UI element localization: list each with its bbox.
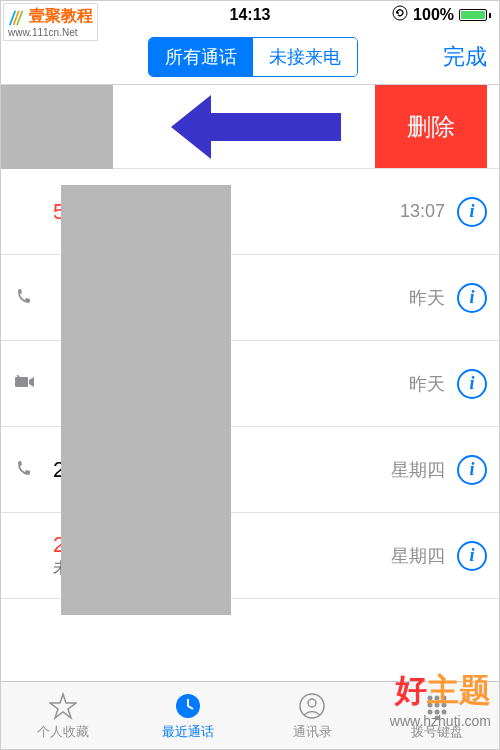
- info-icon[interactable]: i: [457, 283, 487, 313]
- redaction-block: [61, 185, 231, 615]
- facetime-icon: [15, 375, 35, 393]
- swipe-arrow-icon: [171, 95, 341, 159]
- delete-button[interactable]: 删除: [375, 85, 487, 168]
- svg-rect-2: [15, 377, 28, 387]
- status-time: 14:13: [230, 6, 271, 24]
- call-row-swiped[interactable]: (3) 删除: [1, 85, 499, 169]
- rotation-lock-icon: [392, 5, 408, 25]
- done-button[interactable]: 完成: [443, 42, 487, 72]
- contact-icon: [297, 691, 327, 721]
- battery-percent: 100%: [413, 6, 454, 24]
- info-icon[interactable]: i: [457, 541, 487, 571]
- svg-point-1: [393, 6, 407, 20]
- watermark-top-left: 壹聚教程 www.111cn.Net: [3, 3, 98, 41]
- tab-favorites[interactable]: 个人收藏: [1, 682, 126, 749]
- tab-missed-calls[interactable]: 未接来电: [253, 38, 357, 76]
- star-icon: [48, 691, 78, 721]
- call-time: 昨天: [409, 372, 445, 396]
- tab-recents[interactable]: 最近通话: [126, 682, 251, 749]
- segmented-control: 所有通话 未接来电: [148, 37, 358, 77]
- call-time: 昨天: [409, 286, 445, 310]
- battery-icon: [459, 9, 491, 21]
- outgoing-call-icon: [15, 286, 35, 310]
- info-icon[interactable]: i: [457, 369, 487, 399]
- svg-point-5: [308, 699, 316, 707]
- clock-icon: [173, 691, 203, 721]
- tab-all-calls[interactable]: 所有通话: [149, 38, 253, 76]
- call-time: 13:07: [400, 201, 445, 222]
- watermark-bottom-right: 好主题 www.hzhuti.com: [390, 669, 491, 729]
- call-time: 星期四: [391, 458, 445, 482]
- tab-contacts[interactable]: 通讯录: [250, 682, 375, 749]
- outgoing-call-icon: [15, 458, 35, 482]
- call-time: 星期四: [391, 544, 445, 568]
- info-icon[interactable]: i: [457, 455, 487, 485]
- info-icon[interactable]: i: [457, 197, 487, 227]
